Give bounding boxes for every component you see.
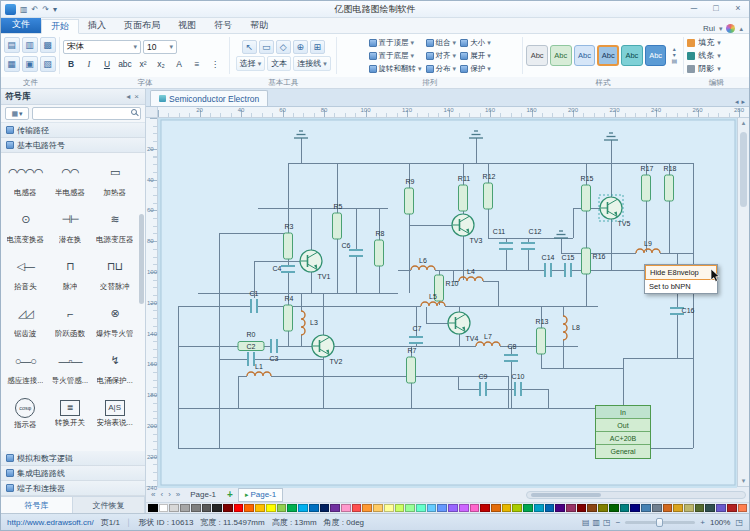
color-swatch[interactable] [148,504,158,512]
color-swatch[interactable] [566,504,576,512]
fit-page-icon[interactable]: ◳ [735,518,743,527]
color-swatch[interactable] [470,504,480,512]
arrange-分布[interactable]: 分布▾ [426,63,457,75]
scrollbar-thumb[interactable] [531,493,601,497]
symbol-item[interactable]: ≣转换开关 [48,390,93,437]
color-swatch[interactable] [620,504,630,512]
color-swatch[interactable] [448,504,458,512]
close-button[interactable]: × [727,1,749,17]
edit-阴影[interactable]: 阴影▾ [687,63,746,75]
normal-view-icon[interactable]: ▤ [582,518,590,527]
text-tool-button[interactable]: 文本 [267,56,291,71]
vertical-scrollbar[interactable]: ▴ ▾ [737,118,749,486]
sidebar-scrollbar[interactable] [139,214,144,304]
color-swatch[interactable] [502,504,512,512]
arrange-置于底层[interactable]: 置于底层▾ [369,50,422,62]
style-swatch[interactable]: Abc [621,45,643,66]
color-swatch[interactable] [277,504,287,512]
maximize-button[interactable]: □ [705,1,727,17]
zoom-slider-thumb[interactable] [656,518,663,527]
symbol-item[interactable]: ▭加热器 [92,155,137,202]
last-page-button[interactable]: » [174,490,182,499]
library-filter-dropdown[interactable]: ▦▾ [5,107,29,120]
section-basic-circuit-symbols[interactable]: 基本电路符号 [1,138,145,153]
shape-tool-icon[interactable]: ◇ [276,40,291,54]
color-swatch[interactable] [384,504,394,512]
subscript-button[interactable]: x₂ [153,56,169,71]
minimize-button[interactable]: ─ [683,1,705,17]
arrange-对齐[interactable]: 对齐▾ [426,50,457,62]
import-icon[interactable]: ▩ [40,37,56,53]
file-menu-button[interactable]: 文件 [1,17,41,33]
symbol-item[interactable]: ◿◿锯齿波 [3,296,48,343]
context-menu-item[interactable]: Hide E8nvelop [645,265,717,280]
font-size-select[interactable]: 10 ▾ [143,40,177,54]
align-button[interactable]: ≡ [189,56,205,71]
symbol-item[interactable]: ◠◠半电感器 [48,155,93,202]
color-swatch[interactable] [523,504,533,512]
symbol-item[interactable]: ○—○感应连接... [3,343,48,390]
symbol-item[interactable]: ≋电源变压器 [92,202,137,249]
tab-scroll-right-icon[interactable]: ▸ [741,98,745,106]
panel-tab-文件恢复[interactable]: 文件恢复 [73,497,145,513]
style-swatch[interactable]: Abc [597,45,619,66]
arrange-置于顶层[interactable]: 置于顶层▾ [369,37,422,49]
context-menu-item[interactable]: Set to bNPN [645,280,717,293]
color-swatch[interactable] [330,504,340,512]
color-swatch[interactable] [577,504,587,512]
symbol-item[interactable]: ↯电涌保护... [92,343,137,390]
font-color-button[interactable]: A [171,56,187,71]
color-swatch[interactable] [320,504,330,512]
menu-tab-页面布局[interactable]: 页面布局 [115,18,169,33]
pan-mode-icon[interactable]: ▥ [593,518,601,527]
color-swatch[interactable] [352,504,362,512]
color-swatch[interactable] [373,504,383,512]
symbol-item[interactable]: cosφ指示器 [3,390,48,437]
style-swatch[interactable]: Abc [526,45,548,66]
select-tool-button[interactable]: 选择▾ [236,56,266,71]
color-swatch[interactable] [727,504,737,512]
bold-button[interactable]: B [63,56,79,71]
undo-icon[interactable]: ↶ [31,5,40,14]
arrange-大小[interactable]: 大小▾ [460,37,491,49]
color-swatch[interactable] [202,504,212,512]
color-swatch[interactable] [512,504,522,512]
customize-qat-icon[interactable]: ▾ [52,5,58,14]
color-swatch[interactable] [609,504,619,512]
symbol-item[interactable]: ◁—拾音头 [3,249,48,296]
first-page-button[interactable]: « [149,490,157,499]
color-swatch[interactable] [234,504,244,512]
scroll-up-icon[interactable]: ▴ [738,119,749,127]
theme-icon[interactable] [726,24,735,33]
symbol-item[interactable]: ⊓⊔交替脉冲 [92,249,137,296]
color-swatch[interactable] [191,504,201,512]
color-swatch[interactable] [652,504,662,512]
save-icon[interactable]: ▥ [19,5,29,14]
active-page-tab[interactable]: ▸ Page-1 [238,488,283,502]
component-R7[interactable]: R7 [407,347,417,383]
zoom-in-button[interactable]: + [700,518,705,527]
io-table-shape[interactable]: InOutAC+20BGeneral [595,405,651,459]
new-icon[interactable]: ▤ [4,37,20,53]
grid-tool-icon[interactable]: ⊞ [310,40,325,54]
io-table-row[interactable]: In [596,406,650,419]
io-table-row[interactable]: General [596,445,650,458]
symbol-item[interactable]: ⌐阶跃函数 [48,296,93,343]
component-R9[interactable]: R9 [405,178,415,214]
color-swatch[interactable] [598,504,608,512]
ribbon-collapse-icon[interactable]: ▴ [739,25,743,33]
color-swatch[interactable] [427,504,437,512]
search-input[interactable] [32,107,141,120]
symbol-item[interactable]: ⊣⊢潜在换 [48,202,93,249]
tab-scroll-left-icon[interactable]: ◂ [735,98,739,106]
section-端子和连接器[interactable]: 端子和连接器 [1,481,145,496]
color-swatch[interactable] [587,504,597,512]
italic-button[interactable]: I [81,56,97,71]
arrange-保护[interactable]: 保护▾ [460,63,491,75]
arrange-展开[interactable]: 展开▾ [460,50,491,62]
color-swatch[interactable] [459,504,469,512]
edit-填充[interactable]: 填充▾ [687,37,746,49]
zoom-out-button[interactable]: − [616,518,621,527]
add-page-button[interactable]: + [224,489,236,500]
color-swatch[interactable] [630,504,640,512]
